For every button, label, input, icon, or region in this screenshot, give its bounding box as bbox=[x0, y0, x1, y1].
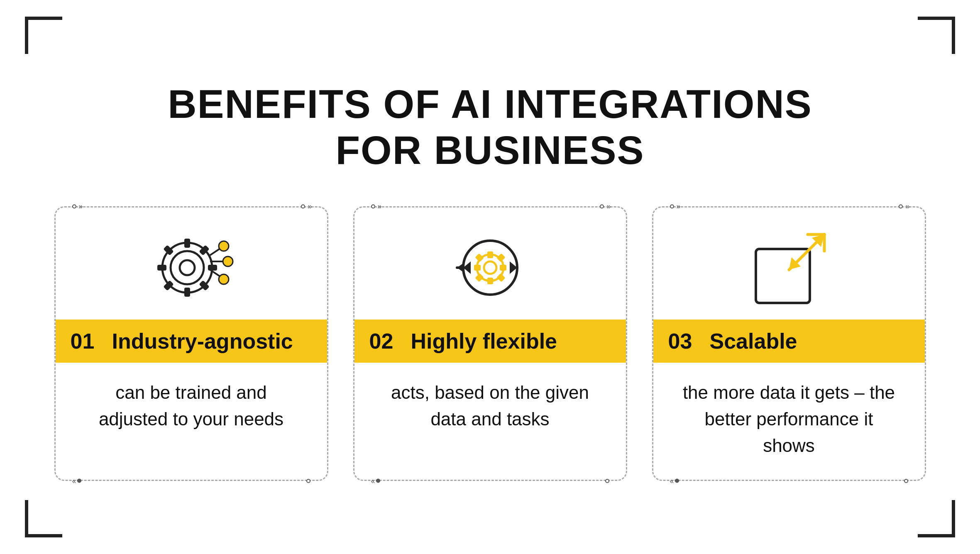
card3-connector-bottom-left: « bbox=[670, 476, 679, 485]
scale-arrows-icon bbox=[743, 222, 835, 313]
title-line2: FOR BUSINESS bbox=[335, 128, 644, 172]
svg-point-21 bbox=[484, 261, 496, 274]
card1-connector-bottom-right bbox=[306, 479, 310, 483]
card1-icon-area bbox=[56, 207, 327, 320]
card-highly-flexible: » » « bbox=[353, 206, 627, 481]
card3-connector-top-left: » bbox=[670, 202, 679, 211]
circular-arrows-gear-icon bbox=[442, 220, 538, 315]
corner-bracket-bottom-right bbox=[918, 500, 955, 537]
svg-rect-3 bbox=[184, 239, 190, 248]
card2-body: acts, based on the given data and tasks bbox=[354, 363, 626, 437]
gear-network-icon bbox=[146, 222, 237, 313]
card3-connector-bottom-right bbox=[904, 479, 908, 483]
svg-rect-4 bbox=[184, 288, 190, 297]
card3-number: 03 bbox=[668, 329, 701, 354]
card3-label-text: Scalable bbox=[710, 329, 797, 354]
card2-connector-top-left: » bbox=[371, 202, 380, 211]
svg-point-16 bbox=[219, 274, 229, 284]
card2-connector-top-right: » bbox=[600, 202, 609, 211]
card1-connector-top-left: » bbox=[72, 202, 81, 211]
card-industry-agnostic: » » « bbox=[54, 206, 328, 481]
card1-body: can be trained and adjusted to your need… bbox=[56, 363, 327, 437]
svg-rect-9 bbox=[163, 280, 174, 290]
svg-rect-25 bbox=[500, 265, 506, 271]
card2-icon-area bbox=[354, 207, 626, 320]
card1-label: 01 Industry-agnostic bbox=[56, 320, 327, 363]
svg-rect-26 bbox=[475, 254, 484, 262]
svg-rect-6 bbox=[208, 265, 217, 271]
svg-rect-22 bbox=[487, 251, 493, 258]
card-scalable: » » « bbox=[652, 206, 926, 481]
card3-connector-top-right: » bbox=[899, 202, 908, 211]
card2-label: 02 Highly flexible bbox=[354, 320, 626, 363]
corner-bracket-top-right bbox=[918, 17, 955, 54]
card2-label-text: Highly flexible bbox=[411, 329, 557, 354]
svg-point-15 bbox=[223, 256, 233, 266]
svg-rect-28 bbox=[475, 273, 484, 282]
corner-bracket-bottom-left bbox=[25, 500, 62, 537]
card3-body: the more data it gets – the better perfo… bbox=[653, 363, 925, 463]
svg-rect-23 bbox=[487, 278, 493, 284]
page-title: BENEFITS OF AI INTEGRATIONS FOR BUSINESS bbox=[168, 81, 812, 173]
svg-point-14 bbox=[219, 241, 229, 251]
card1-label-text: Industry-agnostic bbox=[112, 329, 293, 354]
svg-point-2 bbox=[180, 260, 195, 275]
title-line1: BENEFITS OF AI INTEGRATIONS bbox=[168, 82, 812, 126]
card2-connector-bottom-left: « bbox=[371, 476, 380, 485]
svg-point-1 bbox=[171, 251, 204, 284]
corner-bracket-top-left bbox=[25, 17, 62, 54]
card3-label: 03 Scalable bbox=[653, 320, 925, 363]
svg-rect-27 bbox=[496, 254, 505, 262]
card1-connector-bottom-left: « bbox=[72, 476, 81, 485]
cards-container: » » « bbox=[54, 206, 926, 481]
card3-icon-area bbox=[653, 207, 925, 320]
card1-number: 01 bbox=[71, 329, 104, 354]
svg-rect-24 bbox=[474, 265, 481, 271]
card2-number: 02 bbox=[369, 329, 403, 354]
card2-connector-bottom-right bbox=[605, 479, 609, 483]
svg-rect-29 bbox=[496, 273, 505, 282]
card1-connector-top-right: » bbox=[301, 202, 310, 211]
svg-rect-5 bbox=[157, 265, 166, 271]
